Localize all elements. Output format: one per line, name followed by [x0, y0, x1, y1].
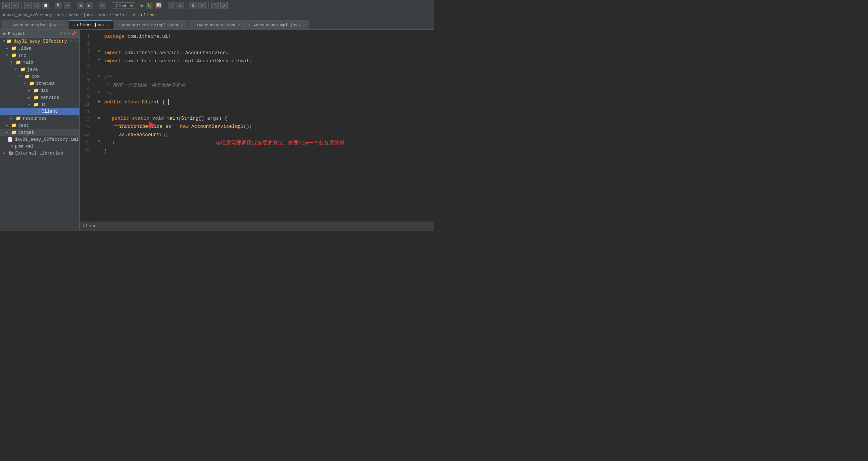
close-icon[interactable]: × — [303, 23, 305, 27]
class-icon: C — [73, 23, 75, 27]
tree-resources[interactable]: ▶ 📁 resources — [0, 115, 79, 122]
collapse-icon[interactable]: — — [68, 31, 70, 36]
tree-item-label: main — [23, 60, 33, 65]
terminal-btn[interactable]: ⊞ — [190, 2, 197, 9]
sync-icon[interactable]: ⟳ — [60, 31, 63, 36]
settings-icon[interactable]: ⚙ — [64, 31, 67, 36]
code-footer: Client — [80, 222, 434, 230]
breadcrumb-item[interactable]: day01_eesy_02factory — [3, 13, 52, 17]
config-select[interactable]: Client — [112, 2, 135, 9]
expand-icon: ▼ — [24, 82, 27, 86]
tree-itheima[interactable]: ▼ 📁 itheima — [0, 80, 79, 87]
tree-java[interactable]: ▼ 📁 java — [0, 66, 79, 73]
close-icon[interactable]: × — [107, 23, 109, 27]
settings-btn[interactable]: ⚙ — [198, 2, 206, 9]
replace-btn[interactable]: ⇄ — [64, 2, 71, 9]
breadcrumb-item[interactable]: src — [57, 13, 64, 17]
close-icon[interactable]: × — [62, 23, 64, 27]
tab-client[interactable]: C Client.java × — [69, 20, 113, 29]
breadcrumb-item[interactable]: itheima — [110, 13, 127, 17]
code-line-14: ⊟ } — [96, 139, 431, 147]
tab-label: AccountServiceImpl.java — [122, 23, 178, 27]
code-line-3: ⊟ import com.itheima.service.IAccountSer… — [96, 49, 431, 57]
close-icon[interactable]: × — [181, 23, 183, 27]
folder-icon: 📁 — [11, 53, 17, 58]
code-line-7: * 模拟一个表现层，用于调用业务层 — [96, 82, 431, 90]
vcs-btn[interactable]: ⑂ — [168, 2, 175, 9]
tree-client[interactable]: C Client — [0, 108, 79, 115]
share-btn[interactable]: ↗ — [220, 2, 228, 9]
gutter-icon: ⊟ — [96, 57, 103, 63]
sep1 — [21, 2, 22, 9]
back-btn[interactable]: ↺ — [2, 2, 10, 9]
expand-icon: ▶ — [3, 151, 7, 155]
sidebar-icons: ⟳ ⚙ — 📌 — [60, 31, 76, 36]
code-line-2 — [96, 41, 431, 49]
tree-external-libs[interactable]: ▶ 📚 External Libraries — [0, 150, 79, 157]
debug-btn[interactable]: 🐛 — [146, 2, 153, 9]
tab-iaccount-service[interactable]: I IAccountService.java × — [1, 20, 68, 29]
breadcrumb-item-active[interactable]: Client — [141, 13, 156, 17]
help-btn[interactable]: ? — [211, 2, 219, 9]
breadcrumb-item[interactable]: com — [98, 13, 105, 17]
code-line-16 — [96, 155, 431, 163]
build-btn[interactable]: ⚒ — [99, 2, 106, 9]
copy-btn[interactable]: ⎘ — [33, 2, 40, 9]
tree-item-label: com — [32, 74, 40, 79]
tree-pom[interactable]: m pom.xml — [0, 143, 79, 150]
toolbar: ↺ → ✂ ⎘ 📋 🔍 ⇄ ◀ ▶ ⚒ Client ▶ 🐛 📊 ⑂ ✔ ⊞ ⚙… — [0, 0, 434, 11]
tree-main[interactable]: ▼ 📁 main — [0, 59, 79, 66]
gutter-icon: ▶ — [96, 98, 103, 105]
tree-item-label: itheima — [36, 81, 55, 86]
cut-btn[interactable]: ✂ — [24, 2, 32, 9]
tree-src[interactable]: ▼ 📁 src — [0, 52, 79, 59]
pin-icon[interactable]: 📌 — [71, 31, 76, 36]
forward-btn[interactable]: → — [11, 2, 19, 9]
tree-item-label: day01_eesy_02factory.iml — [14, 137, 79, 142]
tree-item-label: ui — [40, 102, 46, 107]
breadcrumb-item[interactable]: main — [69, 13, 78, 17]
paste-btn[interactable]: 📋 — [42, 2, 49, 9]
coverage-btn[interactable]: 📊 — [155, 2, 162, 9]
folder-icon: 📁 — [11, 130, 17, 135]
tab-account-dao-impl[interactable]: C AccountDaoImpl.java × — [245, 20, 309, 29]
close-icon[interactable]: × — [239, 23, 241, 27]
bottom-panel: ▶ ↑ ↓ ≡ ↩ 🗑 un Client E:\Java\JDK1.8\jdk… — [0, 230, 434, 230]
tree-com[interactable]: ▼ 📁 com — [0, 73, 79, 80]
breadcrumb-item[interactable]: ui — [131, 13, 136, 17]
tree-target[interactable]: ▶ 📁 target — [0, 129, 79, 136]
gutter-icon: ▶ — [96, 115, 103, 122]
search-btn[interactable]: 🔍 — [55, 2, 62, 9]
tab-label: IAccountService.java — [10, 23, 59, 27]
breadcrumb-item[interactable]: java — [83, 13, 93, 17]
code-lines[interactable]: package com.itheima.ui; ⊟ import com.ith… — [93, 30, 434, 166]
folder-icon: 📁 — [20, 67, 26, 72]
tab-iaccount-dao[interactable]: I IAccountDao.java × — [188, 20, 244, 29]
sep9 — [208, 2, 209, 9]
nav-right-btn[interactable]: ▶ — [86, 2, 93, 9]
sep6 — [138, 2, 138, 9]
tree-service[interactable]: ▶ 📁 service — [0, 94, 79, 101]
tree-project-root[interactable]: ▼ 📁 day01_eesy_02factory D:\IdeaProjects… — [0, 38, 79, 45]
footer-filename: Client — [83, 224, 98, 228]
tree-iml[interactable]: 📄 day01_eesy_02factory.iml — [0, 136, 79, 143]
tree-ui[interactable]: ▼ 📁 ui — [0, 101, 79, 108]
run-btn[interactable]: ▶ — [141, 2, 144, 9]
tree-item-label: java — [27, 67, 38, 72]
tab-label: IAccountDao.java — [196, 23, 236, 27]
interface-icon: I — [192, 23, 194, 27]
tab-account-service-impl[interactable]: C AccountServiceImpl.java × — [114, 20, 187, 29]
tree-dao[interactable]: ▶ 📁 dao — [0, 87, 79, 94]
commit-btn[interactable]: ✔ — [177, 2, 184, 9]
expand-icon: ▶ — [6, 123, 10, 127]
tree-idea[interactable]: ▶ 📁 .idea — [0, 45, 79, 52]
line-numbers: 1 2 3 4 5 6 7 8 9 10 11 12 13 14 15 16 — [80, 30, 93, 222]
code-wrapper: package com.itheima.ui; ⊟ import com.ith… — [93, 30, 434, 222]
nav-left-btn[interactable]: ◀ — [77, 2, 84, 9]
gutter-icon: ⊟ — [96, 139, 103, 145]
tree-test[interactable]: ▶ 📁 test — [0, 122, 79, 129]
expand-icon: ▼ — [15, 68, 19, 72]
gutter-icon: ⊟ — [96, 49, 103, 54]
expand-icon: ▼ — [19, 75, 23, 79]
iml-icon: 📄 — [7, 137, 13, 142]
